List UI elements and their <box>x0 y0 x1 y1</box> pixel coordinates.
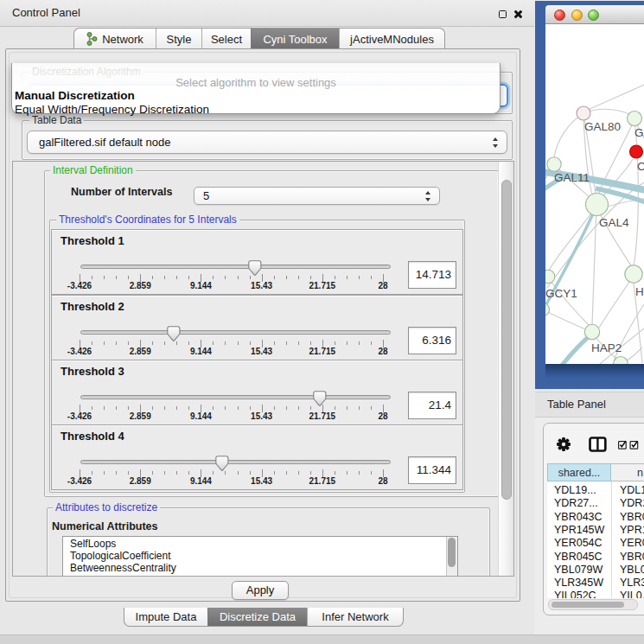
table-row[interactable]: YBR043CYBR0... <box>547 511 644 524</box>
threshold-title: Threshold 4 <box>61 430 124 443</box>
slider-tick <box>347 406 348 410</box>
table-scrollbar-thumb[interactable] <box>552 602 624 608</box>
slider-track[interactable] <box>80 330 391 335</box>
network-node-green[interactable] <box>625 265 642 283</box>
table-horizontal-scrollbar[interactable] <box>548 599 638 610</box>
threshold-title: Threshold 2 <box>61 300 124 313</box>
number-of-intervals-select[interactable]: 5 <box>194 187 440 205</box>
zoom-light-icon[interactable] <box>588 10 599 21</box>
slider-track[interactable] <box>80 265 391 269</box>
slider-thumb[interactable] <box>215 456 229 472</box>
gear-icon-part <box>557 437 571 451</box>
slider-tick-label: 21.715 <box>301 476 344 486</box>
algorithm-option-1[interactable]: Manual Discretization <box>15 89 135 102</box>
network-edge <box>599 282 629 328</box>
column-header-shared-name[interactable]: shared... <box>547 463 611 481</box>
attribute-list-item[interactable]: TopologicalCoefficient <box>63 551 457 563</box>
network-node-green[interactable] <box>584 324 599 339</box>
slider-thumb[interactable] <box>167 326 181 342</box>
table-row[interactable]: YER054CYER0... <box>547 537 644 550</box>
slider-tick-label: 9.144 <box>179 476 222 486</box>
close-light-icon[interactable] <box>554 10 565 21</box>
tab-label: Style <box>167 33 192 46</box>
table-row[interactable]: YBL079WYBL0... <box>547 564 644 577</box>
tab-jactivemnodules[interactable]: jActiveMNodules <box>339 29 444 49</box>
cell-name: YER0... <box>620 537 644 550</box>
slider-track[interactable] <box>80 460 391 464</box>
slider-tick <box>128 471 129 475</box>
slider-tick <box>188 471 189 475</box>
network-canvas[interactable]: GAL80GACGAL11GAL4GCY1HHAP2 <box>545 24 644 364</box>
network-node-green[interactable] <box>545 270 555 284</box>
slider-tick <box>286 406 287 410</box>
tab-cyni-toolbox[interactable]: Cyni Toolbox <box>251 29 339 49</box>
table-data-select[interactable]: galFiltered.sif default node <box>27 131 507 154</box>
slider-tick <box>335 276 335 279</box>
slider-thumb[interactable] <box>313 391 327 407</box>
attribute-list-item[interactable]: SelfLoops <box>63 539 457 551</box>
table-row[interactable]: YBR045CYBR0... <box>547 551 644 564</box>
slider-tick <box>359 276 360 279</box>
network-node-red[interactable] <box>630 145 643 158</box>
table-row[interactable]: YIL052CYIL0... <box>547 590 644 598</box>
threshold-value-field[interactable]: 11.344 <box>408 456 456 484</box>
tab-style[interactable]: Style <box>156 29 201 49</box>
network-node-label: GAL4 <box>599 216 629 229</box>
tab-discretize-data[interactable]: Discretize Data <box>207 608 307 626</box>
table-row[interactable]: YLR345WYLR3... <box>547 577 644 590</box>
close-icon[interactable] <box>513 10 522 18</box>
tab-impute-data[interactable]: Impute Data <box>124 608 207 626</box>
table-row[interactable]: YDR27...YDR2... <box>547 497 644 510</box>
tab-label: Infer Network <box>322 610 388 623</box>
threshold-value-field[interactable]: 6.316 <box>408 327 456 354</box>
cell-shared-name: YPR145W <box>554 524 604 537</box>
tab-select[interactable]: Select <box>201 29 251 49</box>
threshold-value-field[interactable]: 14.713 <box>408 261 456 289</box>
checkbox-icons-part <box>630 441 638 449</box>
columns-icon[interactable] <box>589 437 607 452</box>
network-node-green[interactable] <box>586 194 609 216</box>
table-row[interactable]: YDL19...YDL1... <box>547 484 644 497</box>
slider-tick <box>128 341 129 345</box>
tab-label: Impute Data <box>136 610 197 623</box>
algorithm-option-2[interactable]: Equal Width/Frequency Discretization <box>15 103 209 116</box>
network-node-label: GCY1 <box>545 287 577 300</box>
network-edge <box>549 206 596 271</box>
slider-tick <box>92 471 92 475</box>
attributes-scrollbar-thumb[interactable] <box>448 538 456 567</box>
slider-tick <box>92 406 92 410</box>
apply-button[interactable]: Apply <box>232 581 289 600</box>
slider-tick <box>335 406 335 410</box>
network-node-green[interactable] <box>547 157 561 171</box>
checkbox-icons[interactable] <box>618 440 641 450</box>
table-row[interactable]: YPR145WYPR1... <box>547 524 644 537</box>
attributes-list-scrollbar[interactable] <box>446 537 457 577</box>
slider-tick <box>104 276 105 279</box>
numerical-attributes-list[interactable]: SelfLoopsTopologicalCoefficientBetweenne… <box>62 536 458 577</box>
slider-tick <box>250 406 251 410</box>
cyni-mode-tabs: Impute DataDiscretize DataInfer Network <box>124 608 404 627</box>
slider-track[interactable] <box>80 395 391 399</box>
node-table[interactable]: shared... n... YDL19...YDL1...YDR27...YD… <box>547 463 644 598</box>
table-data-group-title: Table Data <box>29 114 84 126</box>
slider-thumb[interactable] <box>248 260 262 277</box>
threshold-value-field[interactable]: 21.4 <box>408 392 456 419</box>
network-node-green[interactable] <box>628 112 642 126</box>
minimize-light-icon[interactable] <box>571 10 583 21</box>
float-window-icon[interactable] <box>499 10 507 18</box>
network-node-green[interactable] <box>545 303 550 316</box>
gear-icon[interactable] <box>556 437 571 452</box>
cell-shared-name: YBL079W <box>554 564 603 577</box>
attribute-list-item[interactable]: BetweennessCentrality <box>63 563 457 575</box>
tab-infer-network[interactable]: Infer Network <box>307 608 403 626</box>
network-graph[interactable]: GAL80GACGAL11GAL4GCY1HHAP2 <box>545 24 644 364</box>
network-node-pink[interactable] <box>577 106 590 120</box>
combo-stepper-icon <box>493 137 499 148</box>
network-node-label: HAP2 <box>591 341 622 354</box>
slider-tick-label: 9.144 <box>179 347 222 356</box>
column-header-name[interactable]: n... <box>611 463 644 481</box>
tab-network[interactable]: Network <box>74 29 156 49</box>
slider-tick-label: 21.715 <box>301 347 344 356</box>
settings-vertical-scrollbar[interactable] <box>498 162 513 576</box>
settings-scrollbar-thumb[interactable] <box>501 180 512 500</box>
